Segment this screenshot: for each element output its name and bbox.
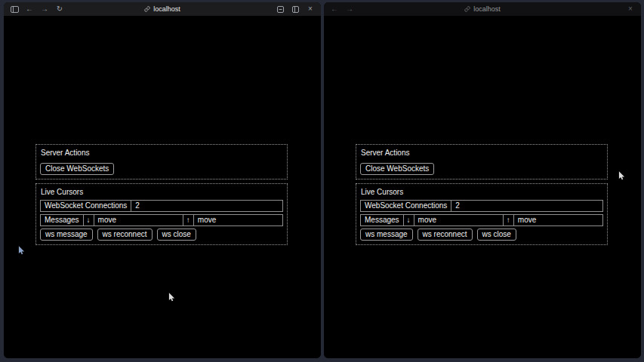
page-title: localhost [153,5,180,13]
titlebar-left-window-controls: × [270,2,321,16]
up-message-value: move [194,215,282,225]
live-cursors-panel: Live Cursors WebSocket Connections 2 Mes… [356,183,608,245]
page-content-left: Server Actions Close WebSockets Live Cur… [4,16,321,358]
browser-window-left: ← → ↻ localhost [4,2,321,358]
up-arrow-icon: ↑ [183,215,194,225]
panels-left: Server Actions Close WebSockets Live Cur… [35,144,288,245]
connections-row: WebSocket Connections 2 [40,200,283,212]
link-icon [144,6,150,12]
messages-label: Messages [361,215,404,225]
pointer-cursor [168,293,175,302]
forward-icon[interactable]: → [40,2,49,16]
ws-close-button[interactable]: ws close [477,229,516,241]
close-icon[interactable]: × [306,2,315,16]
connections-value: 2 [451,201,602,211]
down-message-value: move [414,215,504,225]
page-title: localhost [473,5,501,13]
server-actions-panel: Server Actions Close WebSockets [356,144,608,179]
ws-message-button[interactable]: ws message [40,229,93,241]
ws-close-button[interactable]: ws close [157,229,196,241]
link-icon [464,6,470,12]
up-message-value: move [514,215,602,225]
ws-reconnect-button[interactable]: ws reconnect [418,229,473,241]
messages-row: Messages ↓ move ↑ move [360,214,603,226]
live-cursors-legend: Live Cursors [41,188,283,196]
remote-cursor [18,246,25,256]
titlebar-right: ← → localhost × [324,2,641,16]
back-icon[interactable]: ← [330,2,339,16]
browser-window-right: ← → localhost × Server Actions Close Web… [324,2,641,358]
tab-overview-icon[interactable] [276,6,285,13]
titlebar-left-controls: ← → ↻ [4,2,70,16]
pointer-cursor [618,171,625,181]
connections-label: WebSocket Connections [361,201,451,211]
titlebar-right-window-controls: × [620,2,641,16]
down-message-value: move [94,215,183,225]
close-icon[interactable]: × [626,2,635,16]
messages-row: Messages ↓ move ↑ move [40,214,283,226]
ws-buttons-row: ws message ws reconnect ws close [40,229,283,241]
address-title: localhost [324,2,641,16]
ws-reconnect-button[interactable]: ws reconnect [97,229,153,241]
down-arrow-icon: ↓ [84,215,94,225]
titlebar-right-controls: ← → [324,2,360,16]
back-icon[interactable]: ← [25,2,34,16]
connections-row: WebSocket Connections 2 [360,200,603,212]
server-actions-panel: Server Actions Close WebSockets [35,144,288,179]
reload-icon[interactable]: ↻ [55,2,64,16]
connections-label: WebSocket Connections [41,201,131,211]
panels-right: Server Actions Close WebSockets Live Cur… [356,144,608,245]
live-cursors-panel: Live Cursors WebSocket Connections 2 Mes… [35,183,288,245]
sidebar-toggle-icon[interactable] [10,6,19,13]
down-arrow-icon: ↓ [404,215,414,225]
server-actions-legend: Server Actions [361,149,603,157]
close-websockets-button[interactable]: Close WebSockets [40,163,114,175]
close-websockets-button[interactable]: Close WebSockets [360,163,434,175]
live-cursors-legend: Live Cursors [361,188,603,196]
ws-buttons-row: ws message ws reconnect ws close [360,229,603,241]
titlebar-left: ← → ↻ localhost [4,2,321,16]
messages-label: Messages [41,215,84,225]
forward-icon[interactable]: → [345,2,354,16]
ws-message-button[interactable]: ws message [360,229,413,241]
server-actions-legend: Server Actions [41,149,283,157]
split-view-icon[interactable] [291,6,300,13]
up-arrow-icon: ↑ [504,215,514,225]
page-content-right: Server Actions Close WebSockets Live Cur… [324,16,641,358]
connections-value: 2 [131,201,282,211]
